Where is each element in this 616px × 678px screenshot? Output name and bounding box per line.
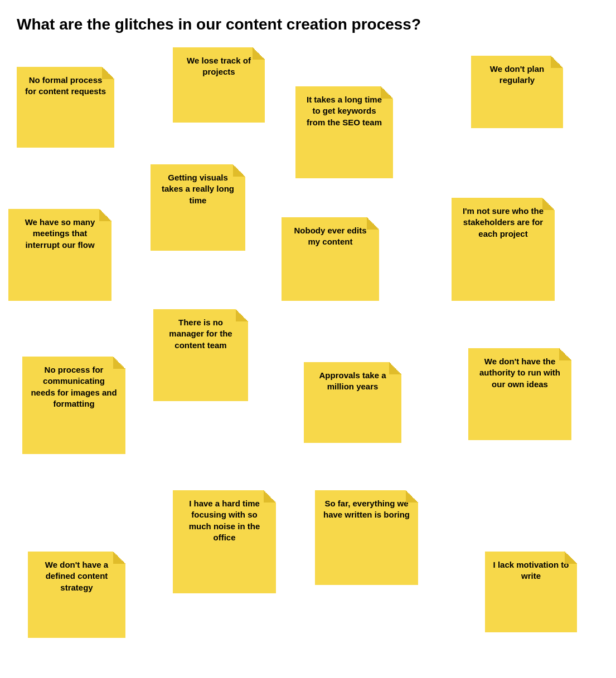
note-meetings: We have so many meetings that interrupt … (8, 209, 111, 301)
note-lose-track: We lose track of projects (173, 47, 265, 123)
note-boring: So far, everything we have written is bo… (315, 490, 418, 585)
note-nobody-edits: Nobody ever edits my content (282, 217, 379, 301)
note-dont-plan: We don't plan regularly (471, 56, 563, 128)
note-lack-motivation: I lack motivation to write (485, 552, 577, 632)
note-no-authority: We don't have the authority to run with … (468, 348, 571, 440)
note-keywords: It takes a long time to get keywords fro… (295, 86, 393, 178)
note-no-manager: There is no manager for the content team (153, 309, 248, 401)
note-approvals: Approvals take a million years (304, 362, 401, 443)
note-no-process-images: No process for communicating needs for i… (22, 357, 125, 454)
note-no-strategy: We don't have a defined content strategy (28, 552, 125, 638)
note-stakeholders: I'm not sure who the stakeholders are fo… (452, 198, 555, 301)
note-no-formal-process: No formal process for content requests (17, 67, 114, 148)
note-visuals: Getting visuals takes a really long time (151, 164, 245, 251)
page-title: What are the glitches in our content cre… (0, 0, 616, 39)
note-hard-time: I have a hard time focusing with so much… (173, 490, 276, 593)
